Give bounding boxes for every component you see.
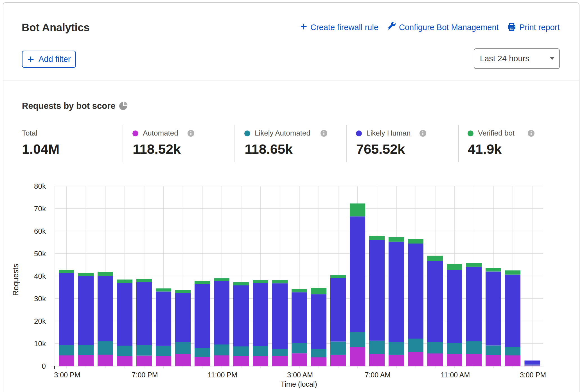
svg-text:11:00 PM: 11:00 PM	[208, 371, 237, 379]
svg-text:80k: 80k	[34, 182, 46, 190]
svg-text:Time (local): Time (local)	[281, 380, 317, 388]
svg-text:3:00 PM: 3:00 PM	[54, 371, 80, 379]
svg-text:70k: 70k	[34, 204, 46, 213]
svg-text:60k: 60k	[34, 227, 46, 235]
svg-text:7:00 PM: 7:00 PM	[132, 371, 158, 379]
svg-text:7:00 AM: 7:00 AM	[365, 371, 391, 379]
svg-text:3:00 AM: 3:00 AM	[287, 371, 313, 379]
svg-text:11:00 AM: 11:00 AM	[441, 371, 470, 379]
svg-text:10k: 10k	[34, 339, 46, 348]
svg-text:40k: 40k	[34, 272, 46, 280]
svg-text:20k: 20k	[34, 317, 46, 325]
svg-text:3:00 PM: 3:00 PM	[520, 371, 546, 379]
svg-text:Requests: Requests	[12, 264, 20, 296]
svg-text:30k: 30k	[34, 294, 46, 303]
svg-text:0: 0	[42, 362, 46, 370]
svg-text:50k: 50k	[34, 249, 46, 258]
